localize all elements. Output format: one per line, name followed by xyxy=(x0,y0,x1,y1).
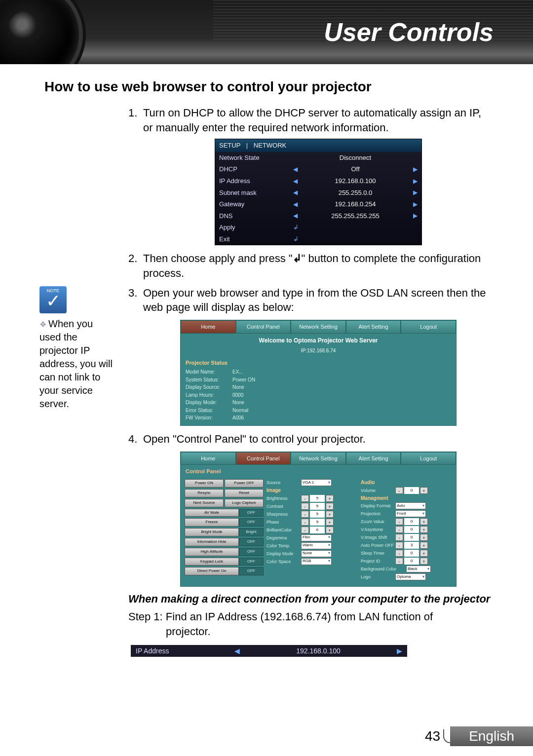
logo-capture-button[interactable]: Logo Capture xyxy=(225,499,264,507)
osd-row-gateway: Gateway◀192.168.0.254▶ xyxy=(215,198,421,210)
status-fw: FW Version:A006 xyxy=(181,414,456,425)
web-control-panel-screenshot: Home Control Panel Network Setting Alert… xyxy=(180,452,457,587)
row-colortemp: Color Temp.Warm xyxy=(266,542,358,549)
page-number: 43 xyxy=(425,728,440,744)
left-arrow-icon[interactable]: ◀ xyxy=(293,177,298,185)
plus-button[interactable]: + xyxy=(420,550,428,557)
power-off-button[interactable]: Power OFF xyxy=(225,479,264,488)
osd-row-dhcp: DHCP◀Off▶ xyxy=(215,163,421,175)
right-arrow-icon[interactable]: ▶ xyxy=(397,647,402,655)
tab-home[interactable]: Home xyxy=(181,320,236,334)
minus-button[interactable]: - xyxy=(395,558,403,565)
minus-button[interactable]: - xyxy=(395,487,403,494)
resync-button[interactable]: Resync xyxy=(185,489,224,497)
status-system: System Status:Power ON xyxy=(181,376,456,384)
image-heading: Image xyxy=(266,487,358,494)
display-format-select[interactable]: Auto xyxy=(395,502,426,509)
reset-button[interactable]: Reset xyxy=(225,489,264,497)
section-heading: How to use web browser to control your p… xyxy=(44,79,494,95)
colorspace-select[interactable]: RGB xyxy=(301,558,332,565)
left-arrow-icon[interactable]: ◀ xyxy=(234,647,240,655)
plus-button[interactable]: + xyxy=(326,495,334,502)
toggle-keypad-lock: Keypad LockOFF xyxy=(185,558,264,566)
tab-network-setting[interactable]: Network Setting xyxy=(291,320,346,334)
plus-button[interactable]: + xyxy=(420,558,428,565)
check-icon: ✓ xyxy=(46,293,61,309)
osd-row-exit[interactable]: Exit↲ xyxy=(215,233,421,245)
row-bgcolor: Background ColorBlack xyxy=(361,566,452,572)
toggle-freeze: FreezeOFF xyxy=(185,518,264,527)
row-contrast: Contrast-5+ xyxy=(266,503,358,510)
note-sidebar: NOTE ✓ ❖When you used the projector IP a… xyxy=(39,286,116,411)
minus-button[interactable]: - xyxy=(301,519,309,526)
server-ip: IP:192.168.6.74 xyxy=(181,347,456,357)
plus-button[interactable]: + xyxy=(326,511,334,518)
toggle-bright-mode: Bright ModeBright xyxy=(185,528,264,536)
footer-divider-icon xyxy=(443,729,450,743)
plus-button[interactable]: + xyxy=(420,487,428,494)
minus-button[interactable]: - xyxy=(301,503,309,510)
degamma-select[interactable]: Film xyxy=(301,534,332,541)
tab-home[interactable]: Home xyxy=(181,452,236,465)
plus-button[interactable]: + xyxy=(326,503,334,510)
projection-select[interactable]: Front xyxy=(395,510,426,517)
plus-button[interactable]: + xyxy=(326,527,334,533)
row-degamma: DegammaFilm xyxy=(266,534,358,541)
minus-button[interactable]: - xyxy=(395,534,403,541)
plus-button[interactable]: + xyxy=(420,542,428,549)
minus-button[interactable]: - xyxy=(395,518,403,525)
plus-button[interactable]: + xyxy=(420,526,428,533)
step-direct-1: Step 1: Find an IP Address (192.168.6.74… xyxy=(128,609,494,639)
cp-col-management: Audio Volume-0+ Managment Display Format… xyxy=(361,479,452,581)
welcome-text: Welcome to Optoma Projector Web Server xyxy=(181,334,456,347)
status-heading: Projector Status xyxy=(181,357,456,369)
power-on-button[interactable]: Power ON xyxy=(185,479,224,488)
tab-control-panel[interactable]: Control Panel xyxy=(236,320,291,334)
step-4: Open "Control Panel" to control your pro… xyxy=(128,432,494,587)
minus-button[interactable]: - xyxy=(395,550,403,557)
bgcolor-select[interactable]: Black xyxy=(406,566,431,572)
osd-row-apply[interactable]: Apply↲ xyxy=(215,222,421,233)
tab-control-panel[interactable]: Control Panel xyxy=(236,452,291,465)
displaymode-select[interactable]: None xyxy=(301,550,332,557)
plus-button[interactable]: + xyxy=(326,519,334,526)
plus-button[interactable]: + xyxy=(420,518,428,525)
row-colorspace: Color SpaceRGB xyxy=(266,558,358,565)
left-arrow-icon[interactable]: ◀ xyxy=(293,212,298,220)
left-arrow-icon[interactable]: ◀ xyxy=(293,200,298,208)
minus-button[interactable]: - xyxy=(301,511,309,518)
right-arrow-icon[interactable]: ▶ xyxy=(413,177,418,185)
ip-value: 192.168.0.100 xyxy=(240,647,397,655)
next-source-button[interactable]: Next Source xyxy=(185,499,224,507)
minus-button[interactable]: - xyxy=(395,542,403,549)
cp-col-image: SourceVGA 1 Image Brightness-5+ Contrast… xyxy=(266,479,358,581)
tab-alert-setting[interactable]: Alert Setting xyxy=(346,320,401,334)
right-arrow-icon[interactable]: ▶ xyxy=(413,165,418,173)
osd-sep: | xyxy=(246,142,248,149)
diamond-icon: ❖ xyxy=(39,320,46,329)
right-arrow-icon[interactable]: ▶ xyxy=(413,189,418,196)
right-arrow-icon[interactable]: ▶ xyxy=(413,212,418,220)
colortemp-select[interactable]: Warm xyxy=(301,542,332,549)
subheading: When making a direct connection from you… xyxy=(128,593,494,605)
toggle-high-altitude: High AltitudeOFF xyxy=(185,548,264,556)
plus-button[interactable]: + xyxy=(420,534,428,541)
tab-logout[interactable]: Logout xyxy=(401,452,456,465)
row-display-format: Display FormatAuto xyxy=(361,502,452,509)
minus-button[interactable]: - xyxy=(301,527,309,533)
audio-heading: Audio xyxy=(361,479,452,486)
minus-button[interactable]: - xyxy=(395,526,403,533)
banner-title: User Controls xyxy=(324,17,494,47)
row-logo: LogoOptoma xyxy=(361,573,452,580)
cp-heading: Control Panel xyxy=(181,465,456,477)
left-arrow-icon[interactable]: ◀ xyxy=(293,189,298,196)
tab-logout[interactable]: Logout xyxy=(401,320,456,334)
cp-col-buttons: Power ONPower OFF ResyncReset Next Sourc… xyxy=(185,479,264,581)
tab-network-setting[interactable]: Network Setting xyxy=(291,452,346,465)
logo-select[interactable]: Optoma xyxy=(395,573,426,580)
minus-button[interactable]: - xyxy=(301,495,309,502)
source-select[interactable]: VGA 1 xyxy=(301,479,332,486)
right-arrow-icon[interactable]: ▶ xyxy=(413,200,418,208)
left-arrow-icon[interactable]: ◀ xyxy=(293,165,298,173)
tab-alert-setting[interactable]: Alert Setting xyxy=(346,452,401,465)
